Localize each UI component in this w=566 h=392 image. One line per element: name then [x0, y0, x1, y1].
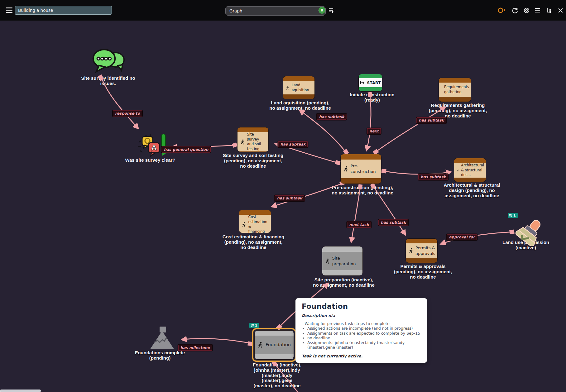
edge-label-next: next — [367, 128, 381, 134]
view-mode-select[interactable]: Graph — [225, 6, 326, 16]
person-icon — [343, 166, 348, 172]
question-answer-icon[interactable]: A — [137, 133, 168, 159]
sync-counter-value: 1 — [503, 8, 506, 12]
horizontal-scrollbar-thumb[interactable] — [0, 390, 41, 392]
edge-stub — [510, 232, 514, 232]
timer-badge-foundation[interactable]: 1 — [249, 323, 259, 328]
node-label: Site survey and soil testing — [247, 132, 266, 151]
notification-count-badge[interactable]: 0 — [319, 7, 325, 14]
node-bar — [283, 76, 314, 81]
sync-counter-icon[interactable]: 1 — [497, 7, 507, 14]
tooltip-description: Description n/a — [302, 313, 421, 318]
node-start[interactable]: START — [359, 74, 382, 91]
node-cost-estimation[interactable]: Cost estimation & financing — [239, 210, 271, 233]
node-bar — [283, 94, 314, 99]
center-view-icon[interactable] — [523, 7, 530, 14]
node-requirements-gathering[interactable]: Requirements gathering — [439, 78, 471, 102]
list-view-icon[interactable] — [534, 7, 541, 14]
person-icon — [242, 222, 246, 227]
edge-label-has-subtask: has subtask — [418, 174, 448, 180]
node-label: Land aquisition — [292, 83, 313, 93]
node-bar — [454, 178, 486, 182]
tooltip-bullet-list: Assigned actions are incomplete (and not… — [304, 326, 421, 350]
tree-view-icon[interactable] — [546, 7, 553, 14]
person-icon — [457, 168, 459, 173]
edge-label-has-subtask: has subtask — [378, 220, 408, 226]
node-permits-approvals[interactable]: Permits & approvals — [406, 239, 437, 263]
answer-letter: A — [151, 144, 156, 152]
node-label: Cost estimation & financing — [248, 215, 269, 233]
edge-label-has-general-question: has general question — [162, 147, 211, 153]
edge-label-has-subtask: has subtask — [278, 141, 308, 147]
edge-label-approval-for: approval for — [447, 234, 477, 240]
alarm-clock-icon — [251, 324, 254, 327]
refresh-icon[interactable] — [511, 7, 518, 14]
node-bar — [406, 258, 437, 263]
node-bar — [237, 127, 268, 132]
edge-has-subtask-architectural — [382, 171, 451, 174]
edge-label-has-subtask: has subtask — [317, 114, 346, 120]
edge-stub — [345, 150, 347, 154]
node-land-aquisition[interactable]: Land aquisition — [283, 76, 314, 99]
chat-bubbles-icon[interactable] — [90, 47, 127, 75]
timer-badge-landuse[interactable]: 1 — [508, 213, 518, 218]
tooltip-title: Foundation — [302, 302, 421, 310]
caption-land: Land aquisition (pending), no assignment… — [267, 100, 334, 111]
node-label: Site preparation — [332, 256, 361, 266]
node-site-preparation[interactable]: Site preparation — [322, 246, 362, 275]
node-label: Architectural & structural des... — [461, 163, 484, 178]
tooltip-bullet: no deadline — [307, 336, 421, 340]
project-title-input[interactable] — [15, 6, 112, 15]
stamp-icon[interactable] — [514, 218, 545, 246]
edge-stub — [381, 171, 386, 171]
graph-canvas[interactable]: Site survey identified no issues. Land a… — [0, 0, 566, 392]
node-bar — [255, 331, 294, 336]
edge-stub — [335, 162, 340, 163]
edge-has-milestone — [182, 338, 252, 343]
caption-requirements: Requirements gathering (pending), no ass… — [427, 103, 489, 118]
tooltip-footer: Task is not currently active. — [302, 354, 421, 358]
caption-architectural: Architectural & structural design (pendi… — [441, 183, 503, 198]
node-label: Foundation — [266, 342, 291, 348]
person-icon — [286, 85, 290, 90]
edge-stub — [233, 144, 237, 146]
edge-label-response-to: response to — [113, 111, 142, 117]
tooltip-bullet: Assignments on task are expected to comp… — [307, 331, 421, 336]
node-bar — [341, 178, 381, 184]
edge-label-has-subtask: has subtask — [275, 195, 304, 201]
start-arrow-icon — [360, 80, 365, 85]
node-bar — [439, 97, 471, 102]
tooltip-status-line: - Waiting for previous task steps to com… — [302, 321, 421, 326]
node-label: Pre-construction — [351, 163, 379, 174]
node-bar — [322, 246, 362, 252]
node-bar — [406, 239, 437, 243]
edge-stub — [248, 343, 253, 344]
timer-count: 1 — [513, 213, 516, 218]
person-icon — [409, 248, 413, 253]
node-site-survey[interactable]: Site survey and soil testing — [237, 127, 268, 152]
mountain-icon[interactable] — [148, 326, 176, 350]
edge-stub — [374, 151, 378, 153]
node-bar — [439, 78, 471, 83]
node-pre-construction[interactable]: Pre-construction — [341, 154, 381, 184]
node-bar — [359, 87, 382, 91]
task-tooltip: Foundation Description n/a - Waiting for… — [295, 298, 427, 363]
node-label: Permits & approvals — [415, 245, 435, 256]
tooltip-bullet: Assigned actions are incomplete (and not… — [307, 326, 421, 331]
view-mode-value: Graph — [229, 8, 242, 13]
close-icon[interactable] — [557, 7, 564, 14]
edge-label-has-milestone: has milestone — [178, 345, 212, 351]
node-bar — [454, 158, 486, 163]
caption-foundation: Foundation (inactive), johnha (master),i… — [248, 362, 306, 389]
node-bar — [322, 270, 362, 275]
caption-preconstruction: Pre-construction (pending), no assignmen… — [328, 185, 397, 196]
caption-milestone: Foundations complete (pending) — [127, 350, 193, 361]
add-to-list-icon[interactable] — [328, 7, 334, 14]
node-architectural-design[interactable]: Architectural & structural des... — [454, 158, 486, 182]
person-icon — [240, 139, 245, 145]
person-icon — [442, 87, 442, 93]
node-foundation[interactable]: Foundation — [255, 331, 294, 359]
menu-icon[interactable] — [6, 7, 12, 13]
node-bar — [255, 354, 294, 359]
caption-siteprep: Site preparation (inactive), no assignme… — [310, 277, 377, 288]
